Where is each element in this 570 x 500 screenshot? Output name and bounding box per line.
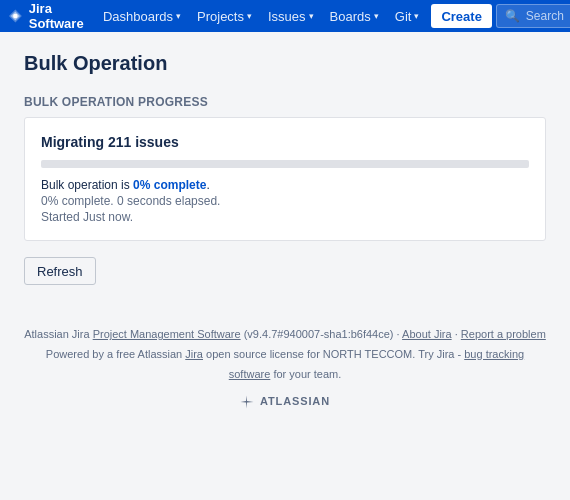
status-pct: 0% complete (133, 178, 206, 192)
footer-line1: Atlassian Jira Project Management Softwa… (24, 325, 546, 345)
progress-card: Migrating 211 issues Bulk operation is 0… (24, 117, 546, 241)
progress-bar-track (41, 160, 529, 168)
dashboards-menu[interactable]: Dashboards ▾ (97, 0, 187, 32)
boards-chevron-icon: ▾ (374, 11, 379, 21)
search-bar[interactable]: 🔍 Search (496, 4, 570, 28)
app-title: Jira Software (29, 1, 89, 31)
progress-card-title: Migrating 211 issues (41, 134, 529, 150)
boards-menu[interactable]: Boards ▾ (324, 0, 385, 32)
refresh-button[interactable]: Refresh (24, 257, 96, 285)
footer-link-project-management[interactable]: Project Management Software (93, 328, 241, 340)
progress-started: Started Just now. (41, 210, 529, 224)
issues-menu[interactable]: Issues ▾ (262, 0, 320, 32)
svg-point-0 (13, 14, 18, 19)
footer: Atlassian Jira Project Management Softwa… (24, 325, 546, 412)
page-content: Bulk Operation Bulk Operation Progress M… (0, 32, 570, 500)
git-menu[interactable]: Git ▾ (389, 0, 426, 32)
jira-icon (8, 6, 23, 26)
projects-chevron-icon: ▾ (247, 11, 252, 21)
section-label: Bulk Operation Progress (24, 95, 546, 109)
dashboards-chevron-icon: ▾ (176, 11, 181, 21)
footer-link-jira[interactable]: Jira (185, 348, 203, 360)
search-icon: 🔍 (505, 9, 520, 23)
app-logo[interactable]: Jira Software (8, 1, 89, 31)
atlassian-logo: ATLASSIAN (24, 392, 546, 412)
footer-line2: Powered by a free Atlassian Jira open so… (24, 345, 546, 385)
projects-menu[interactable]: Projects ▾ (191, 0, 258, 32)
footer-link-report-problem[interactable]: Report a problem (461, 328, 546, 340)
progress-status: Bulk operation is 0% complete. (41, 178, 529, 192)
navbar-right: 🔍 Search 🔔 ❓ ⚙ U (496, 3, 570, 29)
search-placeholder: Search (526, 9, 564, 23)
issues-chevron-icon: ▾ (309, 11, 314, 21)
footer-link-about-jira[interactable]: About Jira (402, 328, 452, 340)
status-suffix: . (206, 178, 209, 192)
progress-time: 0% complete. 0 seconds elapsed. (41, 194, 529, 208)
create-button[interactable]: Create (431, 4, 491, 28)
git-chevron-icon: ▾ (414, 11, 419, 21)
navbar: Jira Software Dashboards ▾ Projects ▾ Is… (0, 0, 570, 32)
page-title: Bulk Operation (24, 52, 546, 75)
status-prefix: Bulk operation is (41, 178, 133, 192)
atlassian-icon (240, 395, 254, 409)
